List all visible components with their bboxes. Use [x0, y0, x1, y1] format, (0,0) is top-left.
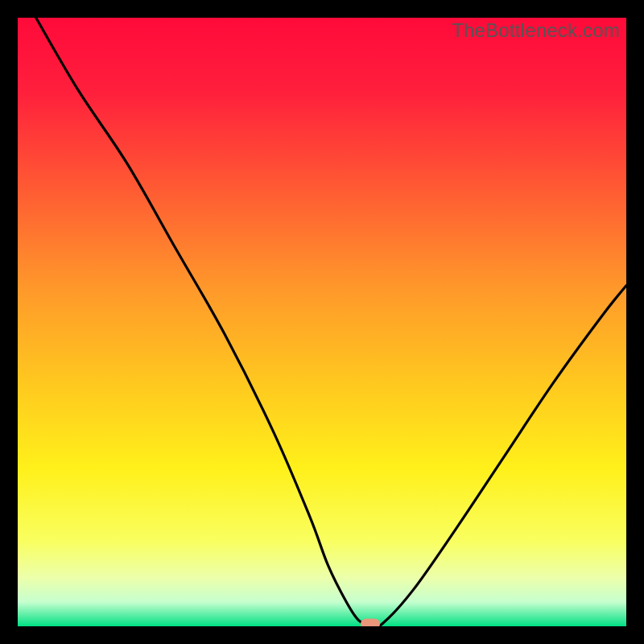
- minimum-marker: [361, 619, 380, 627]
- watermark-label: TheBottleneck.com: [452, 19, 620, 42]
- plot-area: TheBottleneck.com: [18, 18, 626, 626]
- chart-frame: TheBottleneck.com: [0, 0, 644, 644]
- bottleneck-curve: [18, 18, 626, 626]
